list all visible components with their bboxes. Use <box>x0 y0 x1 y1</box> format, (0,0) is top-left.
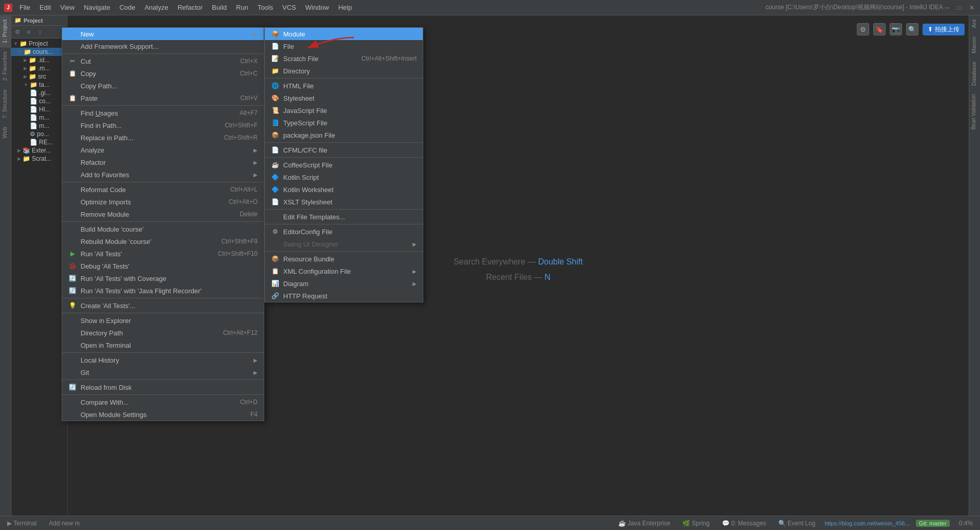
menu-refactor[interactable]: Refactor <box>173 3 207 12</box>
submenu-item-http-request[interactable]: 🔗 HTTP Request <box>265 290 423 302</box>
submenu-item-cfml[interactable]: 📄 CFML/CFC file <box>265 144 423 156</box>
ctx-item-compare[interactable]: Compare With... Ctrl+D <box>62 396 264 408</box>
sidebar-item-project[interactable]: 1: Project <box>0 15 11 47</box>
ctx-item-directory-path[interactable]: Directory Path Ctrl+Alt+F12 <box>62 327 264 339</box>
java-enterprise-btn[interactable]: ☕ Java Enterprise <box>615 519 673 528</box>
menu-bar[interactable]: File Edit View Navigate Code Analyze Ref… <box>15 3 766 12</box>
ctx-item-find-usages[interactable]: Find Usages Alt+F7 <box>62 107 264 119</box>
float-settings-btn[interactable]: ⚙ <box>857 23 869 35</box>
submenu-item-resource-bundle[interactable]: 📦 Resource Bundle <box>265 253 423 265</box>
terminal-btn[interactable]: ▶ Terminal <box>4 519 40 528</box>
submenu-item-editorconfig[interactable]: ⚙ EditorConfig File <box>265 225 423 238</box>
float-camera-btn[interactable]: 📷 <box>890 23 902 35</box>
ctx-item-run-flight[interactable]: 🔄 Run 'All Tests' with 'Java Flight Reco… <box>62 285 264 297</box>
submenu-item-xml-config[interactable]: 📋 XML Configuration File ▶ <box>265 265 423 277</box>
submenu-item-packagejson[interactable]: 📦 package.json File <box>265 129 423 141</box>
tree-item-m[interactable]: ▶ 📁 .m... <box>11 64 67 72</box>
ctx-item-reformat[interactable]: Reformat Code Ctrl+Alt+L <box>62 183 264 196</box>
menu-vcs[interactable]: VCS <box>278 3 300 12</box>
ctx-item-analyze[interactable]: Analyze ▶ <box>62 144 264 156</box>
sidebar-item-structure[interactable]: 7: Structure <box>0 85 11 123</box>
tree-item-hi[interactable]: 📄 HI... <box>11 105 67 113</box>
ctx-item-module-settings[interactable]: Open Module Settings F4 <box>62 408 264 421</box>
menu-edit[interactable]: Edit <box>35 3 55 12</box>
ctx-item-build-module[interactable]: Build Module 'course' <box>62 223 264 235</box>
tree-item-m1[interactable]: 📄 m... <box>11 113 67 122</box>
menu-view[interactable]: View <box>56 3 79 12</box>
submenu-item-html[interactable]: 🌐 HTML File <box>265 80 423 92</box>
ctx-item-run-tests[interactable]: ▶ Run 'All Tests' Ctrl+Shift+F10 <box>62 248 264 260</box>
add-new-btn[interactable]: Add new m <box>46 519 83 528</box>
ctx-item-create-tests[interactable]: 💡 Create 'All Tests'... <box>62 299 264 312</box>
sidebar-item-ant[interactable]: Ant <box>969 15 980 32</box>
submenu-item-kotlin-worksheet[interactable]: 🔷 Kotlin Worksheet <box>265 183 423 196</box>
ctx-item-open-terminal[interactable]: Open in Terminal <box>62 339 264 351</box>
submenu-item-coffee[interactable]: ☕ CoffeeScript File <box>265 159 423 171</box>
ctx-item-add-to-favorites[interactable]: Add to Favorites ▶ <box>62 168 264 181</box>
url-link[interactable]: https://blog.csdn.net/weixin_456... <box>825 520 910 526</box>
menu-help[interactable]: Help <box>334 3 356 12</box>
upload-button[interactable]: ⬆ 拍接上传 <box>923 24 965 35</box>
sidebar-item-bean-validation[interactable]: Bean Validation <box>969 90 980 134</box>
menu-build[interactable]: Build <box>208 3 231 12</box>
menu-window[interactable]: Window <box>301 3 333 12</box>
event-log-btn[interactable]: 🔍 Event Log <box>775 519 818 528</box>
ctx-item-cut[interactable]: ✂ Cut Ctrl+X <box>62 55 264 67</box>
ctx-item-find-in-path[interactable]: Find in Path... Ctrl+Shift+F <box>62 119 264 131</box>
panel-collapse-btn[interactable]: ≡ <box>24 27 34 37</box>
ctx-item-add-framework[interactable]: Add Framework Support... <box>62 40 264 52</box>
submenu-item-css[interactable]: 🎨 Stylesheet <box>265 92 423 104</box>
minimize-button[interactable]: ─ <box>943 4 951 12</box>
submenu-item-file[interactable]: 📄 File <box>265 40 423 52</box>
tree-item-m2[interactable]: 📄 m... <box>11 122 67 130</box>
ctx-item-copy[interactable]: 📋 Copy Ctrl+C <box>62 67 264 80</box>
tree-item-gi[interactable]: 📄 .gi... <box>11 89 67 97</box>
close-button[interactable]: ✕ <box>968 4 976 12</box>
tree-item-project[interactable]: ▼ 📁 Project <box>11 40 67 48</box>
title-controls[interactable]: ─ □ ✕ <box>943 4 976 12</box>
ctx-item-show-explorer[interactable]: Show in Explorer <box>62 314 264 327</box>
tree-item-re[interactable]: 📄 RE... <box>11 138 67 146</box>
menu-analyze[interactable]: Analyze <box>141 3 172 12</box>
panel-settings-btn[interactable]: ⚙ <box>12 27 23 37</box>
ctx-item-paste[interactable]: 📋 Paste Ctrl+V <box>62 92 264 104</box>
float-bookmark-btn[interactable]: 🔖 <box>873 23 886 35</box>
ctx-item-local-history[interactable]: Local History ▶ <box>62 354 264 366</box>
ctx-item-new[interactable]: New ▶ <box>62 28 264 40</box>
menu-code[interactable]: Code <box>115 3 140 12</box>
menu-run[interactable]: Run <box>232 3 252 12</box>
spring-btn[interactable]: 🌿 Spring <box>679 519 713 528</box>
tree-item-course[interactable]: ▼ 📁 cours... <box>11 48 67 56</box>
submenu-item-edit-templates[interactable]: Edit File Templates... <box>265 211 423 223</box>
ctx-item-copy-path[interactable]: Copy Path... <box>62 80 264 92</box>
submenu-item-kotlin-script[interactable]: 🔷 Kotlin Script <box>265 171 423 183</box>
tree-item-src[interactable]: ▶ 📁 src <box>11 72 67 81</box>
panel-scroll-btn[interactable]: ↕ <box>35 27 45 37</box>
submenu-item-js[interactable]: 📜 JavaScript File <box>265 104 423 117</box>
menu-tools[interactable]: Tools <box>253 3 277 12</box>
menu-file[interactable]: File <box>15 3 34 12</box>
ctx-item-git[interactable]: Git ▶ <box>62 366 264 378</box>
sidebar-item-maven[interactable]: Maven <box>969 32 980 58</box>
float-search-btn[interactable]: 🔍 <box>906 23 918 35</box>
ctx-item-refactor[interactable]: Refactor ▶ <box>62 156 264 168</box>
sidebar-item-web[interactable]: Web <box>0 123 11 142</box>
ctx-item-debug-tests[interactable]: 🐞 Debug 'All Tests' <box>62 260 264 272</box>
git-badge[interactable]: Git: master <box>916 520 950 527</box>
submenu-item-ts[interactable]: 📘 TypeScript File <box>265 117 423 129</box>
restore-button[interactable]: □ <box>955 4 964 12</box>
menu-navigate[interactable]: Navigate <box>80 3 114 12</box>
sidebar-item-favorites[interactable]: 2: Favorites <box>0 47 11 85</box>
ctx-item-reload[interactable]: 🔄 Reload from Disk <box>62 381 264 393</box>
submenu-item-module[interactable]: 📦 Module <box>265 28 423 40</box>
tree-item-id[interactable]: ▶ 📁 .id... <box>11 56 67 64</box>
ctx-item-replace-in-path[interactable]: Replace in Path... Ctrl+Shift+R <box>62 131 264 144</box>
submenu-item-directory[interactable]: 📁 Directory <box>265 65 423 77</box>
tree-item-ta[interactable]: ▼ 📁 ta... <box>11 81 67 89</box>
ctx-item-optimize-imports[interactable]: Optimize Imports Ctrl+Alt+O <box>62 196 264 208</box>
submenu-item-scratch[interactable]: 📝 Scratch File Ctrl+Alt+Shift+Insert <box>265 52 423 65</box>
tree-item-external[interactable]: ▶ 📚 Exter... <box>11 146 67 155</box>
tree-item-co[interactable]: 📄 co... <box>11 97 67 105</box>
messages-btn[interactable]: 💬 0: Messages <box>719 519 769 528</box>
ctx-item-run-coverage[interactable]: 🔄 Run 'All Tests' with Coverage <box>62 272 264 285</box>
